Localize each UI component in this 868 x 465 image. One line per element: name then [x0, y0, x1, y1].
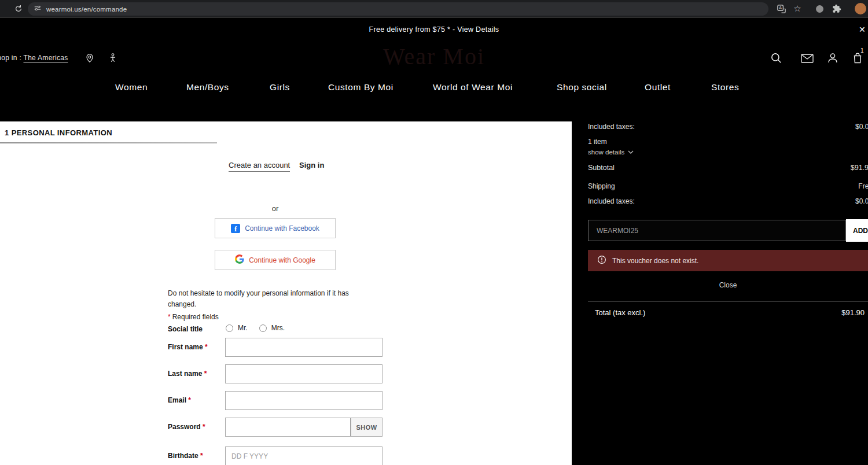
password-input[interactable] — [225, 418, 351, 437]
required-fields-note: *Required fields — [168, 313, 219, 321]
shop-in-selector: Shop in : The Americas — [0, 54, 68, 62]
accessibility-person-icon[interactable] — [108, 52, 118, 66]
google-button-label: Continue with Google — [249, 256, 315, 264]
included-taxes-top-value: $0.00 — [855, 123, 868, 131]
nav-item-men-boys[interactable]: Men/Boys — [186, 82, 229, 93]
radio-mr-label: Mr. — [238, 324, 248, 332]
section-underline — [0, 142, 217, 143]
show-details-toggle[interactable]: show details — [588, 149, 634, 156]
extensions-puzzle-icon[interactable] — [831, 3, 843, 14]
social-title-label: Social title — [168, 325, 203, 333]
close-error-link[interactable]: Close — [588, 281, 868, 289]
facebook-button-label: Continue with Facebook — [245, 224, 319, 232]
section-title: 1 PERSONAL INFORMATION — [5, 128, 112, 137]
included-taxes-top-label: Included taxes: — [588, 123, 635, 131]
social-title-radios: Mr. Mrs. — [226, 324, 292, 332]
svg-text:A: A — [779, 5, 782, 10]
personal-information-panel: 1 PERSONAL INFORMATION Create an account… — [0, 121, 572, 465]
site-settings-icon[interactable] — [34, 4, 42, 14]
chevron-down-icon — [628, 149, 634, 156]
radio-mr[interactable] — [226, 324, 233, 332]
nav-item-outlet[interactable]: Outlet — [645, 82, 671, 93]
password-label: Password * — [168, 423, 207, 431]
location-pin-icon[interactable] — [84, 52, 95, 66]
birthdate-label: Birthdate * — [168, 452, 205, 460]
announcement-bar: Free delivery from $75 * - View Details … — [0, 18, 868, 41]
error-alert-icon — [597, 255, 606, 267]
subtotal-value: $91.90 — [851, 164, 868, 172]
voucher-code-input[interactable] — [588, 220, 846, 241]
total-label: Total (tax excl.) — [595, 308, 645, 317]
items-count: 1 item — [588, 138, 607, 146]
tab-create-account[interactable]: Create an account — [229, 161, 290, 172]
refresh-icon[interactable] — [13, 3, 24, 14]
included-taxes-value: $0.00 — [855, 197, 868, 205]
radio-mrs[interactable] — [259, 324, 267, 332]
voucher-error-banner: This voucher does not exist. — [588, 250, 868, 271]
brand-logo[interactable]: Wear Moi — [347, 43, 521, 70]
personal-info-note: Do not hesitate to modify your personal … — [168, 288, 365, 310]
announcement-close-icon[interactable]: ✕ — [859, 25, 866, 34]
shipping-value: Free — [858, 182, 868, 190]
voucher-error-message: This voucher does not exist. — [612, 257, 698, 265]
bookmark-star-icon[interactable]: ☆ — [792, 3, 803, 14]
announcement-text: Free delivery from $75 * - View Details — [369, 25, 499, 34]
nav-item-stores[interactable]: Stores — [711, 82, 739, 93]
view-details-link[interactable]: - View Details — [453, 25, 499, 34]
nav-item-custom-by-moi[interactable]: Custom By Moi — [328, 82, 393, 93]
total-value: $91.90 — [841, 308, 865, 317]
browser-circle-icon[interactable] — [816, 5, 823, 13]
radio-mrs-label: Mrs. — [271, 324, 285, 332]
shipping-label: Shipping — [588, 182, 615, 190]
shop-in-region-link[interactable]: The Americas — [24, 54, 68, 62]
url-text: wearmoi.us/en/commande — [46, 6, 127, 13]
last-name-input[interactable] — [225, 364, 382, 383]
or-divider: or — [215, 204, 336, 213]
show-password-button[interactable]: SHOW — [351, 418, 382, 437]
birthdate-input[interactable] — [225, 446, 382, 465]
included-taxes-label: Included taxes: — [588, 197, 635, 205]
profile-avatar[interactable] — [855, 3, 866, 14]
nav-item-world-of-wear-moi[interactable]: World of Wear Moi — [433, 82, 513, 93]
continue-with-facebook-button[interactable]: f Continue with Facebook — [215, 218, 336, 238]
subtotal-label: Subtotal — [588, 164, 615, 172]
nav-item-shop-social[interactable]: Shop social — [557, 82, 607, 93]
browser-toolbar: wearmoi.us/en/commande A ☆ — [0, 0, 868, 18]
add-voucher-button[interactable]: ADD — [846, 219, 868, 242]
continue-with-google-button[interactable]: Continue with Google — [215, 250, 336, 270]
summary-divider — [588, 301, 868, 302]
search-icon[interactable] — [770, 51, 782, 67]
announcement-message: Free delivery from $75 * — [369, 25, 451, 34]
google-icon — [235, 254, 244, 265]
facebook-icon: f — [231, 224, 240, 233]
nav-item-girls[interactable]: Girls — [270, 82, 290, 93]
contact-mail-icon[interactable] — [801, 54, 814, 65]
account-icon[interactable] — [826, 51, 839, 67]
page: wearmoi.us/en/commande A ☆ Free delivery… — [0, 0, 868, 465]
address-bar[interactable]: wearmoi.us/en/commande — [28, 2, 768, 16]
tab-sign-in[interactable]: Sign in — [299, 161, 324, 169]
translate-icon[interactable]: A — [775, 3, 787, 14]
email-input[interactable] — [225, 391, 382, 410]
last-name-label: Last name * — [168, 370, 208, 378]
first-name-input[interactable] — [225, 338, 382, 357]
email-label: Email * — [168, 396, 193, 404]
first-name-label: First name * — [168, 343, 209, 351]
nav-item-women[interactable]: Women — [115, 82, 148, 93]
shop-in-prefix: Shop in : — [0, 54, 21, 62]
cart-count-badge: 1 — [860, 47, 864, 54]
